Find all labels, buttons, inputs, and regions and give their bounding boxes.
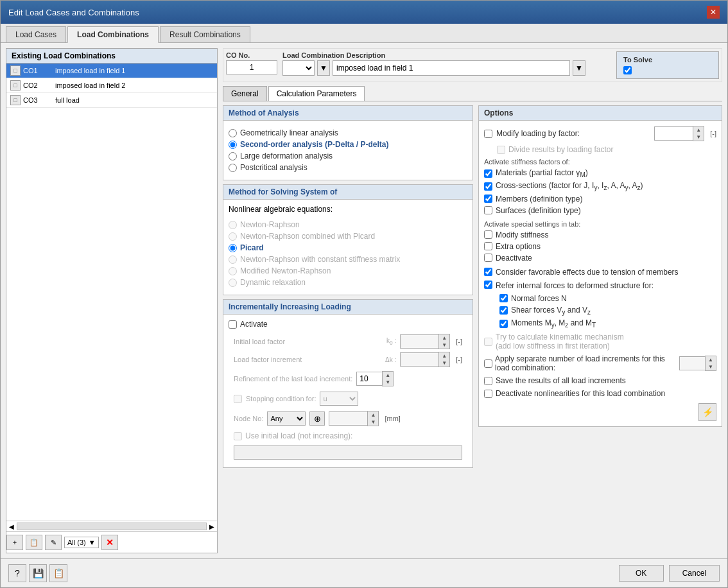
all-dropdown[interactable]: All (3) ▼ <box>64 537 99 548</box>
cancel-button[interactable]: Cancel <box>669 565 720 582</box>
load-factor-up[interactable]: ▲ <box>439 352 449 359</box>
method-solving-section: Method for Solving System of Nonlinear a… <box>223 184 473 295</box>
stiffness-surfaces-checkbox[interactable] <box>484 206 492 214</box>
desc-dropdown-arrow[interactable]: ▼ <box>317 60 330 76</box>
initial-load-input[interactable] <box>400 334 438 349</box>
activate-checkbox[interactable] <box>229 320 237 329</box>
refinement-up[interactable]: ▲ <box>383 372 393 379</box>
close-button[interactable]: ✕ <box>707 6 720 19</box>
load-factor-down[interactable]: ▼ <box>439 359 449 367</box>
modify-loading-checkbox[interactable] <box>484 130 492 138</box>
radio-newton-picard[interactable]: Newton-Raphson combined with Picard <box>229 232 467 241</box>
right-arrow-icon[interactable]: ▶ <box>209 523 214 530</box>
divide-results-checkbox[interactable] <box>497 146 505 154</box>
tab-calculation-parameters[interactable]: Calculation Parameters <box>268 86 365 101</box>
apply-checkbox[interactable] <box>484 359 492 368</box>
left-arrow-icon[interactable]: ◀ <box>9 523 14 530</box>
refinement-down[interactable]: ▼ <box>383 379 393 386</box>
refer-row: Refer internal forces to deformed struct… <box>484 281 716 291</box>
clipboard-icon-button[interactable]: 📋 <box>49 564 67 582</box>
load-factor-unit: [-] <box>456 356 462 363</box>
tab-general[interactable]: General <box>223 86 267 101</box>
consider-checkbox[interactable] <box>484 268 492 276</box>
apply-up[interactable]: ▲ <box>706 356 716 363</box>
initial-load-up[interactable]: ▲ <box>439 334 449 342</box>
modify-loading-input[interactable] <box>654 126 693 141</box>
radio-large-deformation[interactable]: Large deformation analysis <box>229 151 467 160</box>
copy-button[interactable]: 📋 <box>26 535 42 550</box>
edit-button[interactable]: ✎ <box>45 535 62 550</box>
radio-modified-newton[interactable]: Modified Newton-Raphson <box>229 266 467 275</box>
refinement-spinner: ▲ ▼ <box>356 371 394 386</box>
save-icon-button[interactable]: 💾 <box>29 564 47 582</box>
desc-input-arrow[interactable]: ▼ <box>573 60 585 76</box>
tab-load-combinations[interactable]: Load Combinations <box>67 26 159 43</box>
apply-input[interactable] <box>679 356 705 370</box>
initial-load-down[interactable]: ▼ <box>439 342 449 349</box>
delete-button[interactable]: ✕ <box>101 535 118 550</box>
modify-loading-up[interactable]: ▲ <box>693 126 704 134</box>
help-button[interactable]: ? <box>8 564 26 582</box>
modify-loading-arrows: ▲ ▼ <box>693 126 704 141</box>
use-initial-input[interactable] <box>234 445 462 460</box>
tab-load-cases[interactable]: Load Cases <box>6 26 66 42</box>
node-select-button[interactable]: ⊕ <box>309 411 325 426</box>
stiffness-materials-checkbox[interactable] <box>484 169 492 178</box>
moments-row: Moments My, Mz and MT <box>499 318 716 329</box>
apply-arrows: ▲ ▼ <box>705 356 716 371</box>
save-results-checkbox[interactable] <box>484 377 492 385</box>
list-item[interactable]: □ CO3 full load <box>6 93 217 108</box>
special-title: Activate special settings in tab: <box>484 220 716 228</box>
modify-loading-down[interactable]: ▼ <box>693 134 704 141</box>
modify-stiffness-row: Modify stiffness <box>484 230 716 239</box>
list-item[interactable]: □ CO2 imposed load in field 2 <box>6 78 217 93</box>
add-button[interactable]: + <box>6 535 23 550</box>
shear-forces-checkbox[interactable] <box>499 306 508 315</box>
radio-postcritical[interactable]: Postcritical analysis <box>229 163 467 172</box>
stiffness-cross-sections-label: Cross-sections (factor for J, Iy, Iz, A,… <box>496 181 643 191</box>
node-value-up[interactable]: ▲ <box>368 411 378 419</box>
activate-label: Activate <box>240 320 268 329</box>
apply-down[interactable]: ▼ <box>706 363 716 370</box>
chevron-down-icon: ▼ <box>89 539 96 546</box>
stiffness-cross-sections-checkbox[interactable] <box>484 182 492 191</box>
radio-newton-constant[interactable]: Newton-Raphson with constant stiffness m… <box>229 255 467 264</box>
radio-dynamic-relaxation[interactable]: Dynamic relaxation <box>229 278 467 287</box>
ok-button[interactable]: OK <box>619 565 664 582</box>
refinement-input[interactable] <box>356 372 382 386</box>
modify-stiffness-checkbox[interactable] <box>484 230 492 239</box>
shear-forces-row: Shear forces Vy and Vz <box>499 306 716 316</box>
thunder-button[interactable]: ⚡ <box>698 403 716 421</box>
stiffness-members-checkbox[interactable] <box>484 195 492 203</box>
desc-input[interactable] <box>333 60 570 76</box>
co-no-input[interactable] <box>226 60 277 74</box>
stopping-checkbox[interactable] <box>234 395 242 403</box>
radio-picard[interactable]: Picard <box>229 243 467 252</box>
try-calculate-checkbox[interactable] <box>484 338 492 346</box>
extra-options-label: Extra options <box>496 242 541 251</box>
radio-geometrically-linear[interactable]: Geometrically linear analysis <box>229 128 467 137</box>
node-value-down[interactable]: ▼ <box>368 419 378 426</box>
refer-checkbox[interactable] <box>484 281 492 289</box>
deactivate-nonlinearities-checkbox[interactable] <box>484 390 492 398</box>
radio-second-order[interactable]: Second-order analysis (P-Delta / P-delta… <box>229 140 467 149</box>
node-value-input[interactable] <box>329 411 367 426</box>
list-item[interactable]: □ CO1 imposed load in field 1 <box>6 64 217 78</box>
options-panel: Options Modify loading by factor: ▲ <box>478 105 722 553</box>
radio-newton-raphson[interactable]: Newton-Raphson <box>229 220 467 229</box>
stopping-dropdown[interactable]: u <box>320 392 358 406</box>
node-dropdown[interactable]: Any <box>267 411 306 426</box>
desc-type-dropdown[interactable] <box>282 60 315 76</box>
use-initial-checkbox[interactable] <box>234 432 242 440</box>
deactivate-special-checkbox[interactable] <box>484 254 492 262</box>
load-factor-input[interactable] <box>400 352 438 367</box>
stiffness-members-row: Members (definition type) <box>484 195 716 203</box>
initial-load-label: Initial load factor <box>234 338 285 345</box>
extra-options-checkbox[interactable] <box>484 242 492 250</box>
stiffness-materials-label: Materials (partial factor γM) <box>496 168 588 178</box>
normal-forces-checkbox[interactable] <box>499 294 508 302</box>
tab-result-combinations[interactable]: Result Combinations <box>160 26 250 42</box>
horizontal-scrollbar[interactable] <box>17 523 207 530</box>
moments-checkbox[interactable] <box>499 320 508 328</box>
to-solve-checkbox[interactable] <box>623 66 632 74</box>
